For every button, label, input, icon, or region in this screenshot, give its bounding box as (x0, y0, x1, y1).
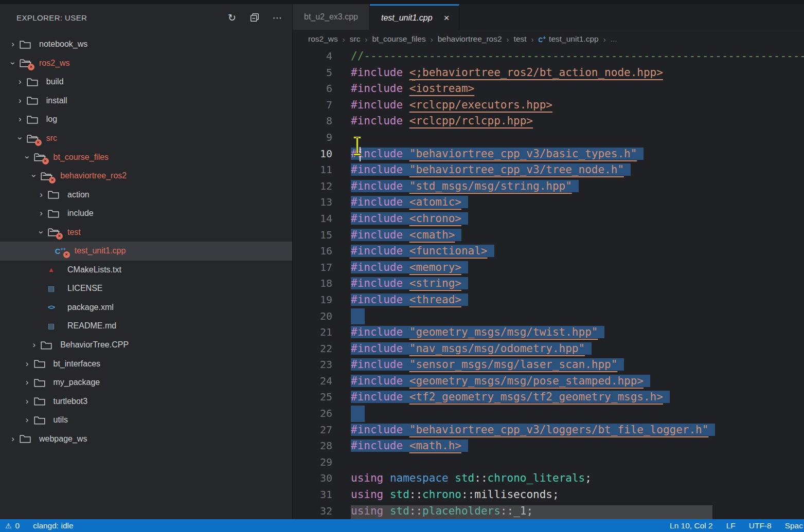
code-line-29[interactable]: 29 (293, 454, 804, 471)
breadcrumb-item-test_unit1.cpp[interactable]: C+test_unit1.cpp (539, 34, 599, 44)
tree-item-webpage_ws[interactable]: ›webpage_ws (0, 429, 293, 448)
breadcrumb-item-src[interactable]: src (350, 34, 361, 44)
tree-item-bt_course_files[interactable]: ›×bt_course_files (0, 148, 293, 167)
code-line-30[interactable]: 30using namespace std::chrono_literals; (293, 470, 804, 487)
line-content: #include "behaviortree_cpp_v3/basic_type… (351, 146, 804, 162)
status-item-spac[interactable]: Spac (785, 521, 803, 530)
code-line-31[interactable]: 31using std::chrono::milliseconds; (293, 487, 804, 503)
chevron-down-icon[interactable]: › (27, 171, 41, 181)
folder-icon (34, 359, 45, 369)
chevron-right-icon[interactable]: › (21, 415, 34, 425)
status-item-clangd-idle[interactable]: clangd: idle (33, 521, 73, 530)
chevron-right-icon[interactable]: › (21, 377, 34, 388)
breadcrumb-item-...[interactable]: ... (611, 34, 617, 44)
close-icon[interactable]: × (444, 12, 450, 24)
refresh-explorer-button[interactable]: ↻ (226, 12, 238, 23)
tree-item-test_unit1.cpp[interactable]: C++×test_unit1.cpp (0, 242, 293, 261)
breadcrumb-item-bt_course_files[interactable]: bt_course_files (372, 34, 425, 44)
code-line-14[interactable]: 14#include <chrono> (293, 211, 804, 227)
tree-item-CMakeLists.txt[interactable]: ▲CMakeLists.txt (0, 261, 293, 280)
line-content: #include "std_msgs/msg/string.hpp" (351, 178, 804, 195)
tree-item-log[interactable]: ›log (0, 110, 293, 129)
window-top-strip (0, 0, 804, 4)
tree-item-package.xml[interactable]: <>package.xml (0, 298, 293, 317)
code-line-4[interactable]: 4//-------------------------------------… (293, 48, 804, 65)
breadcrumb-item-behaviortree_ros2[interactable]: behaviortree_ros2 (438, 34, 502, 44)
tree-item-my_package[interactable]: ›my_package (0, 373, 293, 392)
more-actions-button[interactable]: ⋯ (272, 12, 283, 23)
tree-item-BehaviorTree.CPP[interactable]: ›BehaviorTree.CPP (0, 336, 293, 355)
tree-item-src[interactable]: ›×src (0, 129, 293, 148)
code-line-18[interactable]: 18#include <string> (293, 276, 804, 292)
code-line-21[interactable]: 21#include "geometry_msgs/msg/twist.hpp" (293, 324, 804, 341)
chevron-right-icon[interactable]: › (13, 96, 27, 106)
tree-item-turtlebot3[interactable]: ›turtlebot3 (0, 392, 293, 411)
line-number: 14 (293, 211, 351, 227)
code-line-5[interactable]: 5#include <;behaviortree_ros2/bt_action_… (293, 65, 804, 81)
code-line-6[interactable]: 6#include <iostream> (293, 81, 804, 97)
chevron-right-icon[interactable]: › (21, 359, 34, 369)
tree-item-README.md[interactable]: ▤README.md (0, 317, 293, 336)
tab-test_unit1.cpp[interactable]: test_unit1.cpp× (370, 4, 459, 30)
chevron-down-icon[interactable]: › (21, 152, 34, 162)
tab-label: bt_u2_ex3.cpp (302, 12, 360, 22)
code-line-8[interactable]: 8#include <rclcpp/rclcpp.hpp> (293, 113, 804, 130)
code-line-26[interactable]: 26 (293, 406, 804, 422)
code-line-7[interactable]: 7#include <rclcpp/executors.hpp> (293, 97, 804, 114)
chevron-right-icon[interactable]: › (21, 396, 34, 407)
code-line-9[interactable]: 9 (293, 130, 804, 146)
chevron-right-icon[interactable]: › (6, 434, 20, 444)
code-line-10[interactable]: 10#include "behaviortree_cpp_v3/basic_ty… (293, 146, 804, 162)
code-line-23[interactable]: 23#include "sensor_msgs/msg/laser_scan.h… (293, 357, 804, 373)
tree-item-label: build (46, 77, 64, 86)
code-line-19[interactable]: 19#include <thread> (293, 292, 804, 308)
code-line-25[interactable]: 25#include <tf2_geometry_msgs/tf2_geomet… (293, 389, 804, 406)
horizontal-scrollbar[interactable] (351, 505, 712, 519)
code-line-12[interactable]: 12#include "std_msgs/msg/string.hpp" (293, 178, 804, 195)
tree-item-test[interactable]: ›×test (0, 223, 293, 242)
code-line-20[interactable]: 20 (293, 308, 804, 325)
breadcrumb-separator-icon: › (603, 35, 606, 44)
collapse-folders-button[interactable] (249, 12, 260, 23)
status-item-utf-8[interactable]: UTF-8 (749, 521, 772, 530)
tree-item-include[interactable]: ›include (0, 204, 293, 223)
line-content (351, 308, 804, 325)
code-line-13[interactable]: 13#include <atomic> (293, 194, 804, 211)
tree-item-bt_interfaces[interactable]: ›bt_interfaces (0, 354, 293, 373)
tree-item-action[interactable]: ›action (0, 185, 293, 204)
chevron-right-icon[interactable]: › (6, 39, 20, 49)
chevron-right-icon[interactable]: › (13, 114, 27, 124)
chevron-right-icon[interactable]: › (34, 190, 48, 200)
chevron-down-icon[interactable]: › (6, 58, 20, 68)
code-line-15[interactable]: 15#include <cmath> (293, 227, 804, 244)
line-content: #include <memory> (351, 260, 804, 276)
tree-item-notebook_ws[interactable]: ›notebook_ws (0, 35, 293, 54)
tree-item-ros2_ws[interactable]: ›×ros2_ws (0, 54, 293, 73)
chevron-right-icon[interactable]: › (27, 340, 41, 350)
breadcrumb-item-test[interactable]: test (514, 34, 527, 44)
status-item-ln-10-col-2[interactable]: Ln 10, Col 2 (670, 521, 713, 530)
code-line-24[interactable]: 24#include <geometry_msgs/msg/pose_stamp… (293, 373, 804, 390)
chevron-right-icon[interactable]: › (34, 208, 48, 218)
code-line-28[interactable]: 28#include <math.h> (293, 438, 804, 454)
code-line-22[interactable]: 22#include "nav_msgs/msg/odometry.hpp" (293, 341, 804, 357)
status-item-lf[interactable]: LF (726, 521, 736, 530)
chevron-right-icon[interactable]: › (13, 77, 27, 87)
code-line-17[interactable]: 17#include <memory> (293, 260, 804, 276)
line-number: 4 (293, 48, 351, 65)
code-line-16[interactable]: 16#include <functional> (293, 243, 804, 260)
chevron-down-icon[interactable]: › (13, 133, 27, 143)
line-content: #include <string> (351, 276, 804, 292)
tree-item-behaviortree_ros2[interactable]: ›×behaviortree_ros2 (0, 167, 293, 186)
tree-item-utils[interactable]: ›utils (0, 411, 293, 430)
tree-item-build[interactable]: ›build (0, 72, 293, 91)
code-editor[interactable]: 4//-------------------------------------… (293, 48, 804, 519)
tab-bt_u2_ex3.cpp[interactable]: bt_u2_ex3.cpp (293, 4, 370, 30)
chevron-down-icon[interactable]: › (34, 227, 48, 237)
tree-item-LICENSE[interactable]: ▤LICENSE (0, 279, 293, 298)
tree-item-install[interactable]: ›install (0, 91, 293, 111)
code-line-27[interactable]: 27#include "behaviortree_cpp_v3/loggers/… (293, 422, 804, 438)
breadcrumb-item-ros2_ws[interactable]: ros2_ws (308, 34, 338, 44)
code-line-11[interactable]: 11#include "behaviortree_cpp_v3/tree_nod… (293, 162, 804, 178)
status-item-0[interactable]: ⚠0 (5, 521, 20, 530)
